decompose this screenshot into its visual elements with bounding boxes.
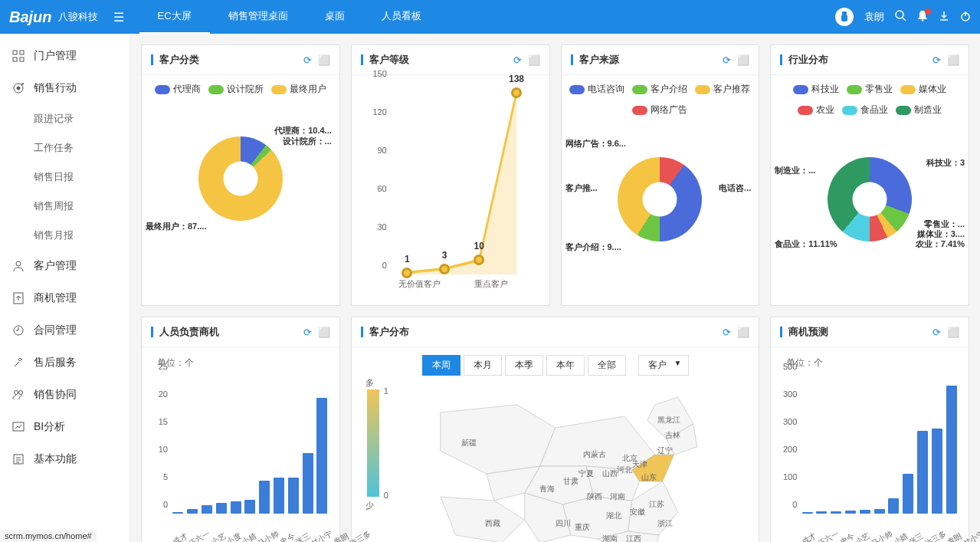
sidebar-subitem[interactable]: 销售月报: [0, 221, 129, 250]
hamburger-icon[interactable]: ☰: [113, 10, 124, 25]
donut-label: 网络广告：9.6...: [565, 138, 626, 149]
expand-icon[interactable]: ⬜: [318, 54, 330, 66]
sidebar-subitem[interactable]: 跟进记录: [0, 104, 129, 133]
bar-column: [302, 453, 313, 514]
refresh-icon[interactable]: ⟳: [723, 54, 731, 66]
bar-column: [816, 511, 828, 514]
refresh-icon[interactable]: ⟳: [932, 327, 941, 338]
card-header: 客户分类 ⟳ ⬜: [142, 45, 339, 75]
sidebar-item-doc[interactable]: 商机管理: [0, 282, 129, 314]
y-tick: 300: [783, 389, 797, 399]
tab-sales-desk[interactable]: 销售管理桌面: [210, 0, 306, 34]
bar-column: [259, 481, 270, 514]
donut-label: 制造业：...: [775, 165, 815, 176]
legend-swatch: [569, 85, 585, 94]
dimension-select[interactable]: 客户: [638, 355, 689, 376]
legend: 代理商设计院所最终用户: [149, 83, 332, 96]
pill-all[interactable]: 全部: [588, 355, 626, 376]
download-icon[interactable]: [939, 11, 949, 24]
province-label: 天津: [632, 459, 647, 470]
notification-dot: [925, 8, 931, 15]
donut-chart: [828, 157, 912, 241]
legend-item[interactable]: 电话咨询: [569, 83, 624, 96]
sidebar-item-team[interactable]: 销售协同: [0, 379, 129, 411]
legend-label: 代理商: [173, 83, 201, 96]
legend-swatch: [900, 85, 916, 94]
username[interactable]: 袁朗: [864, 10, 884, 24]
sidebar-item-person[interactable]: 客户管理: [0, 250, 129, 282]
sidebar-item-target[interactable]: 销售行动: [0, 72, 129, 104]
tab-ec[interactable]: EC大屏: [139, 0, 210, 34]
legend-item[interactable]: 客户推荐: [695, 83, 750, 96]
expand-icon[interactable]: ⬜: [947, 54, 959, 66]
expand-icon[interactable]: ⬜: [947, 327, 959, 338]
sidebar-subitem[interactable]: 销售日报: [0, 163, 129, 192]
legend-item[interactable]: 食品业: [842, 103, 888, 117]
y-tick: 30: [378, 222, 387, 232]
sidebar-item-chart[interactable]: BI分析: [0, 411, 129, 443]
grid-icon: [12, 50, 26, 62]
bar-column: [274, 478, 285, 514]
legend-item[interactable]: 最终用户: [271, 83, 326, 96]
province-label: 甘肃: [563, 476, 578, 487]
expand-icon[interactable]: ⬜: [318, 327, 330, 338]
legend-item[interactable]: 设计院所: [208, 83, 264, 96]
legend-item[interactable]: 媒体业: [900, 83, 946, 96]
user-avatar[interactable]: [835, 8, 854, 26]
point-label: 10: [474, 241, 483, 251]
card-title: 客户等级: [369, 53, 513, 67]
bar-column: [230, 501, 241, 514]
sidebar-subitem[interactable]: 销售周报: [0, 192, 129, 221]
sidebar-item-grid[interactable]: 门户管理: [0, 40, 129, 72]
tab-people-board[interactable]: 人员看板: [363, 0, 440, 34]
pill-month[interactable]: 本月: [464, 355, 502, 376]
bar-rect: [860, 510, 870, 514]
card-title: 行业分布: [788, 53, 932, 67]
y-tick: 200: [783, 445, 797, 454]
expand-icon[interactable]: ⬜: [737, 327, 749, 338]
pill-quarter[interactable]: 本季: [505, 355, 543, 376]
legend-swatch: [155, 85, 170, 94]
sidebar: 门户管理销售行动跟进记录工作任务销售日报销售周报销售月报客户管理商机管理合同管理…: [0, 34, 130, 542]
legend-label: 最终用户: [290, 83, 326, 96]
legend-item[interactable]: 科技业: [793, 83, 839, 96]
sidebar-subitem[interactable]: 工作任务: [0, 133, 129, 163]
province-label: 西藏: [485, 518, 500, 529]
logo-cn: 八骏科技: [58, 10, 98, 24]
refresh-icon[interactable]: ⟳: [723, 327, 731, 338]
sidebar-item-list[interactable]: 基本功能: [0, 443, 129, 475]
expand-icon[interactable]: ⬜: [528, 54, 540, 66]
power-icon[interactable]: [960, 11, 971, 24]
unit-label: 单位：个: [786, 356, 961, 370]
legend-item[interactable]: 网络广告: [632, 103, 687, 117]
y-tick: 100: [783, 472, 797, 481]
svg-rect-10: [20, 57, 24, 61]
svg-point-12: [17, 87, 20, 90]
refresh-icon[interactable]: ⟳: [932, 54, 941, 66]
legend-item[interactable]: 农业: [798, 103, 834, 117]
sidebar-item-contract[interactable]: 合同管理: [0, 314, 129, 347]
pill-week[interactable]: 本周: [422, 355, 461, 376]
pill-year[interactable]: 本年: [546, 355, 585, 376]
expand-icon[interactable]: ⬜: [737, 54, 749, 66]
legend-item[interactable]: 代理商: [155, 83, 201, 96]
legend-swatch: [896, 106, 911, 115]
legend-item[interactable]: 零售业: [847, 83, 893, 96]
legend-item[interactable]: 客户介绍: [632, 83, 687, 96]
app-header: Bajun 八骏科技 ☰ EC大屏 销售管理桌面 桌面 人员看板 袁朗: [0, 0, 980, 34]
card-title: 客户分布: [369, 325, 723, 339]
legend-item[interactable]: 制造业: [896, 103, 942, 117]
legend-swatch: [847, 85, 862, 94]
bar-rect: [946, 386, 957, 514]
tab-desktop[interactable]: 桌面: [306, 0, 363, 34]
card-title: 客户来源: [579, 53, 723, 67]
refresh-icon[interactable]: ⟳: [303, 327, 312, 338]
refresh-icon[interactable]: ⟳: [513, 54, 522, 66]
sidebar-item-tools[interactable]: 售后服务: [0, 347, 129, 379]
refresh-icon[interactable]: ⟳: [303, 54, 312, 66]
card-customer-class: 客户分类 ⟳ ⬜ 代理商设计院所最终用户 代理商：10.4... 设计院所：..…: [141, 44, 340, 306]
bar-column: [202, 505, 213, 514]
search-icon[interactable]: [895, 10, 906, 24]
bell-icon[interactable]: [917, 10, 928, 24]
legend: 电话咨询客户介绍客户推荐网络广告: [569, 83, 752, 117]
